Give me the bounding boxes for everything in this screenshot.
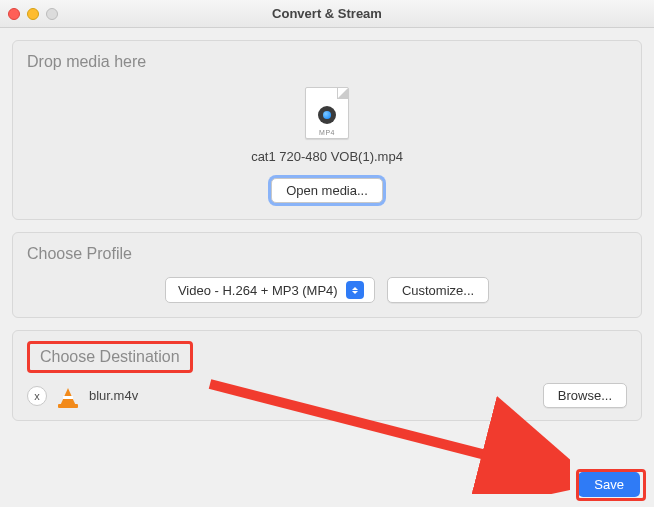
destination-file-name: blur.m4v <box>89 388 533 403</box>
drop-area[interactable]: MP4 cat1 720-480 VOB(1).mp4 Open media..… <box>27 79 627 207</box>
minimize-window-button[interactable] <box>27 8 39 20</box>
close-window-button[interactable] <box>8 8 20 20</box>
profile-row: Video - H.264 + MP3 (MP4) Customize... <box>27 271 627 305</box>
choose-profile-title: Choose Profile <box>27 245 627 263</box>
media-file-name: cat1 720-480 VOB(1).mp4 <box>27 149 627 164</box>
open-media-button[interactable]: Open media... <box>271 178 383 203</box>
media-file-icon: MP4 <box>305 87 349 139</box>
titlebar: Convert & Stream <box>0 0 654 28</box>
customize-button[interactable]: Customize... <box>387 277 489 303</box>
save-button[interactable]: Save <box>578 472 640 497</box>
zoom-window-button <box>46 8 58 20</box>
window-title: Convert & Stream <box>0 6 654 21</box>
profile-select-value: Video - H.264 + MP3 (MP4) <box>178 283 338 298</box>
drop-media-title: Drop media here <box>27 53 627 71</box>
file-type-label: MP4 <box>306 129 348 136</box>
profile-select[interactable]: Video - H.264 + MP3 (MP4) <box>165 277 375 303</box>
vlc-cone-icon <box>57 384 79 408</box>
content-area: Drop media here MP4 cat1 720-480 VOB(1).… <box>0 28 654 445</box>
remove-destination-button[interactable]: x <box>27 386 47 406</box>
choose-profile-panel: Choose Profile Video - H.264 + MP3 (MP4)… <box>12 232 642 318</box>
footer: Save <box>578 472 640 497</box>
choose-destination-panel: Choose Destination x blur.m4v Browse... <box>12 330 642 421</box>
choose-destination-title: Choose Destination <box>40 348 180 365</box>
destination-row: x blur.m4v Browse... <box>27 383 627 408</box>
traffic-lights <box>8 8 58 20</box>
select-stepper-icon <box>346 281 364 299</box>
browse-button[interactable]: Browse... <box>543 383 627 408</box>
drop-media-panel[interactable]: Drop media here MP4 cat1 720-480 VOB(1).… <box>12 40 642 220</box>
destination-highlight-box: Choose Destination <box>27 341 193 373</box>
quicktime-badge-icon <box>318 106 336 124</box>
